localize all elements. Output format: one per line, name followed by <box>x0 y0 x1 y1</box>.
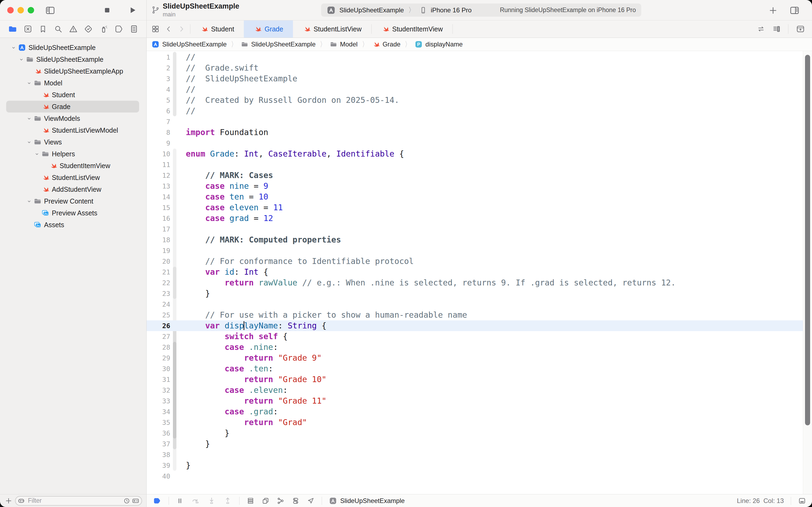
sidebar-item-Preview-Content[interactable]: Preview Content <box>6 195 139 207</box>
navigator-reports-button[interactable] <box>129 24 138 34</box>
source-editor[interactable]: 1//2// Grade.swift3// SlideUpSheetExampl… <box>147 51 812 494</box>
go-forward-button[interactable] <box>178 25 185 33</box>
line-number[interactable]: 15 <box>147 204 170 212</box>
breadcrumb-item[interactable]: SlideUpSheetExample <box>152 40 227 48</box>
line-number[interactable]: 34 <box>147 408 170 416</box>
line-number[interactable]: 32 <box>147 386 170 394</box>
line-number[interactable]: 35 <box>147 419 170 427</box>
breadcrumb-item[interactable]: Model <box>330 41 357 48</box>
breadcrumb-item[interactable]: Grade <box>372 40 401 48</box>
line-number[interactable]: 30 <box>147 365 170 373</box>
sidebar-item-StudentItemView[interactable]: StudentItemView <box>6 160 139 172</box>
code-line-33[interactable]: 33 return "Grade 11" <box>147 396 803 406</box>
toggle-debug-area-button[interactable] <box>798 497 806 505</box>
sidebar-item-Student[interactable]: Student <box>6 89 139 101</box>
step-over-button[interactable] <box>191 496 200 505</box>
code-line-9[interactable]: 9 <box>147 138 803 149</box>
debug-hierarchy-button[interactable] <box>277 497 285 505</box>
line-number[interactable]: 21 <box>147 268 170 276</box>
line-number[interactable]: 24 <box>147 300 170 308</box>
code-line-2[interactable]: 2// Grade.swift <box>147 63 803 73</box>
add-editor-button[interactable] <box>796 24 805 34</box>
code-line-21[interactable]: 21 var id: Int { <box>147 267 803 277</box>
tab-Grade[interactable]: Grade <box>244 20 293 38</box>
line-number[interactable]: 38 <box>147 451 170 459</box>
scrollbar-thumb[interactable] <box>805 55 810 426</box>
code-line-25[interactable]: 25 // For use with a picker to show a hu… <box>147 309 803 320</box>
tab-Student[interactable]: Student <box>190 20 244 38</box>
line-number[interactable]: 36 <box>147 430 170 437</box>
line-number[interactable]: 4 <box>147 86 170 94</box>
breakpoints-toggle-button[interactable] <box>153 496 162 505</box>
code-line-29[interactable]: 29 return "Grade 9" <box>147 353 803 363</box>
line-number[interactable]: 22 <box>147 279 170 287</box>
line-number[interactable]: 8 <box>147 129 170 136</box>
code-line-27[interactable]: 27 switch self { <box>147 331 803 342</box>
line-number[interactable]: 2 <box>147 64 170 72</box>
code-line-7[interactable]: 7 <box>147 116 803 127</box>
disclosure-chevron-icon[interactable] <box>17 57 26 62</box>
code-line-24[interactable]: 24 <box>147 299 803 309</box>
new-tab-button[interactable] <box>768 6 777 15</box>
sidebar-item-Model[interactable]: Model <box>6 77 139 89</box>
code-line-6[interactable]: 6// <box>147 106 803 116</box>
line-number[interactable]: 20 <box>147 258 170 265</box>
sidebar-item-Assets[interactable]: Assets <box>6 219 139 231</box>
code-line-13[interactable]: 13 case nine = 9 <box>147 181 803 191</box>
sidebar-item-AddStudentView[interactable]: AddStudentView <box>6 183 139 195</box>
disclosure-chevron-icon[interactable] <box>25 199 34 204</box>
navigator-breakpoints-button[interactable] <box>114 24 123 34</box>
navigator-debug-button[interactable] <box>99 24 108 34</box>
view-debugger-button[interactable] <box>246 497 254 505</box>
line-number[interactable]: 13 <box>147 182 170 190</box>
memory-graph-button[interactable] <box>262 497 270 505</box>
sidebar-item-Views[interactable]: Views <box>6 136 139 148</box>
sidebar-item-Preview-Assets[interactable]: Preview Assets <box>6 207 139 219</box>
disclosure-chevron-icon[interactable] <box>25 81 34 86</box>
code-line-34[interactable]: 34 case .grad: <box>147 406 803 417</box>
disclosure-chevron-icon[interactable] <box>25 116 34 121</box>
line-number[interactable]: 40 <box>147 472 170 480</box>
line-number[interactable]: 14 <box>147 193 170 201</box>
sidebar-item-SlideUpSheetExample[interactable]: SlideUpSheetExample <box>6 53 139 65</box>
line-number[interactable]: 7 <box>147 118 170 126</box>
line-number[interactable]: 28 <box>147 343 170 351</box>
code-line-1[interactable]: 1// <box>147 52 803 63</box>
code-line-15[interactable]: 15 case eleven = 11 <box>147 202 803 213</box>
line-number[interactable]: 17 <box>147 225 170 233</box>
sidebar-item-StudentListView[interactable]: StudentListView <box>6 172 139 183</box>
code-line-8[interactable]: 8import Foundation <box>147 127 803 138</box>
navigator-source-control-button[interactable] <box>23 24 33 34</box>
sidebar-item-ViewModels[interactable]: ViewModels <box>6 113 139 124</box>
editor-options-button[interactable] <box>772 25 780 33</box>
line-number[interactable]: 39 <box>147 462 170 469</box>
code-line-20[interactable]: 20 // For conformance to Identifiable pr… <box>147 256 803 267</box>
code-line-38[interactable]: 38 <box>147 449 803 460</box>
run-button[interactable] <box>127 5 137 15</box>
line-number[interactable]: 1 <box>147 53 170 61</box>
code-line-22[interactable]: 22 return rawValue // e.g.: When .nine i… <box>147 277 803 288</box>
code-line-3[interactable]: 3// SlideUpSheetExample <box>147 73 803 84</box>
navigator-project-button[interactable] <box>8 24 17 34</box>
zoom-window-button[interactable] <box>27 7 34 13</box>
line-number[interactable]: 6 <box>147 107 170 115</box>
code-line-28[interactable]: 28 case .nine: <box>147 342 803 353</box>
code-line-18[interactable]: 18 // MARK: Computed properties <box>147 234 803 245</box>
step-into-button[interactable] <box>207 496 216 505</box>
sidebar-item-Grade[interactable]: Grade <box>6 101 139 113</box>
code-line-10[interactable]: 10enum Grade: Int, CaseIterable, Identif… <box>147 149 803 159</box>
navigator-issues-button[interactable] <box>69 24 78 34</box>
line-number[interactable]: 29 <box>147 354 170 362</box>
related-items-button[interactable] <box>757 25 765 33</box>
disclosure-chevron-icon[interactable] <box>25 140 34 145</box>
code-line-35[interactable]: 35 return "Grad" <box>147 417 803 428</box>
line-number[interactable]: 11 <box>147 161 170 169</box>
disclosure-chevron-icon[interactable] <box>33 152 41 156</box>
line-number[interactable]: 31 <box>147 376 170 384</box>
close-window-button[interactable] <box>7 7 14 13</box>
navigator-tests-button[interactable] <box>84 24 93 34</box>
code-line-14[interactable]: 14 case ten = 10 <box>147 191 803 202</box>
code-line-37[interactable]: 37 } <box>147 439 803 449</box>
line-number[interactable]: 19 <box>147 247 170 255</box>
line-number[interactable]: 3 <box>147 75 170 83</box>
